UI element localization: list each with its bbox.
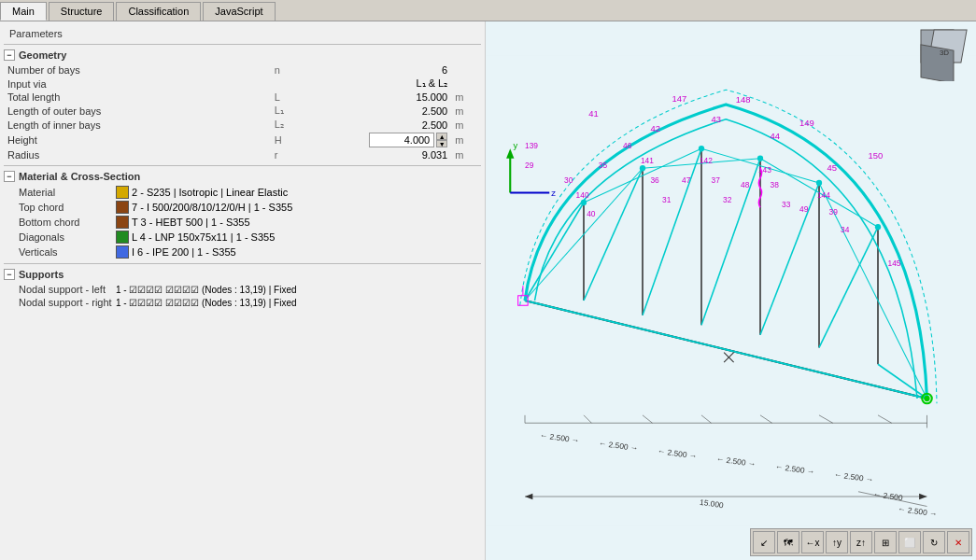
svg-text:149: 149 [799,118,814,128]
svg-text:40: 40 [587,209,596,218]
supports-section: − Supports Nodal support - left 1 - ☑☑☑☑… [4,266,481,309]
svg-text:32: 32 [723,195,732,204]
supports-collapse-icon[interactable]: − [4,269,15,280]
toolbar-axis-button[interactable]: ↙ [753,531,775,553]
material-name: Material [19,187,112,198]
param-number-of-bays-unit [451,63,481,77]
table-row: Length of inner bays L₂ 2.500 m [4,118,481,132]
param-outer-bays-symbol: L₁ [271,104,316,118]
svg-text:49: 49 [799,205,809,215]
table-row: Height H ▲ ▼ m [4,132,481,148]
geometry-params-table: Number of bays n 6 Input via L₁ & L₂ Tot… [4,63,481,161]
material-collapse-icon[interactable]: − [4,171,15,182]
viewport-panel[interactable]: 3D y z [486,21,976,560]
svg-point-39 [816,180,822,186]
param-outer-bays-value: 2.500 [315,104,451,118]
tab-javascript[interactable]: JavaScript [203,2,275,21]
param-height-unit: m [451,132,481,148]
toolbar-x-button[interactable]: ←x [801,531,824,553]
material-cross-section-section: − Material & Cross-Section Material 2 - … [4,168,481,259]
height-spinner[interactable]: ▲ ▼ [436,133,447,147]
svg-text:39: 39 [829,207,839,217]
height-down-button[interactable]: ▼ [436,140,447,147]
param-radius-unit: m [451,148,481,161]
nodal-support-right-description: 1 - ☑☑☑☑ ☑☑☑☑ (Nodes : 13,19) | Fixed [116,298,297,308]
param-outer-bays-label: Length of outer bays [4,104,271,118]
nodal-support-left-name: Nodal support - left [19,284,112,295]
param-outer-bays-unit: m [451,104,481,118]
cube-widget[interactable]: 3D [916,25,972,81]
bottom-chord-color-box [116,216,129,229]
structure-diagram: y z [486,21,976,560]
param-total-length-value: 15.000 [315,91,451,104]
param-inner-bays-value: 2.500 [315,118,451,132]
bottom-chord-row: Bottom chord T 3 - HEBT 500 | 1 - S355 [4,215,481,230]
geometry-title: Geometry [19,49,66,61]
height-up-button[interactable]: ▲ [436,133,447,140]
svg-text:31: 31 [662,195,672,204]
param-number-of-bays-label: Number of bays [4,63,271,77]
svg-text:30: 30 [564,175,573,185]
param-radius-value: 9.031 [315,148,451,161]
toolbar-z-button[interactable]: z↑ [850,531,872,553]
svg-text:34: 34 [841,225,850,234]
svg-text:143: 143 [758,166,771,175]
tab-bar: Main Structure Classification JavaScript [0,0,976,21]
height-input[interactable] [369,133,434,147]
table-row: Length of outer bays L₁ 2.500 m [4,104,481,118]
param-radius-symbol: r [271,148,316,161]
toolbar-y-button[interactable]: ↑y [826,531,848,553]
table-row: Radius r 9.031 m [4,148,481,161]
toolbar-box-button[interactable]: ⬜ [898,531,921,553]
svg-text:29: 29 [525,161,534,170]
table-row: Total length L 15.000 m [4,91,481,104]
left-panel: Parameters − Geometry Number of bays n 6 [0,21,486,560]
material-color-box [116,186,129,199]
svg-text:33: 33 [782,200,791,209]
svg-text:148: 148 [736,94,751,105]
param-inner-bays-label: Length of inner bays [4,118,271,132]
param-height-symbol: H [271,132,316,148]
top-chord-row: Top chord 7 - I 500/200/8/10/12/0/H | 1 … [4,200,481,215]
tab-main[interactable]: Main [0,2,47,21]
svg-text:140: 140 [576,190,589,200]
bottom-toolbar: ↙ 🗺 ←x ↑y z↑ ⊞ ⬜ ↻ ✕ [750,528,972,556]
param-number-of-bays-value: 6 [315,63,451,77]
top-chord-color-box [116,201,129,214]
svg-text:35: 35 [599,161,608,170]
parameters-title: Parameters [4,25,481,42]
svg-text:y: y [513,140,517,150]
svg-text:43: 43 [712,114,722,124]
param-radius-label: Radius [4,148,271,161]
svg-point-34 [924,396,929,401]
svg-text:45: 45 [827,162,837,173]
svg-text:144: 144 [817,190,830,200]
param-total-length-unit: m [451,91,481,104]
top-chord-description: 7 - I 500/200/8/10/12/0/H | 1 - S355 [132,202,292,213]
diagonals-description: L 4 - LNP 150x75x11 | 1 - S355 [132,231,275,243]
toolbar-map-button[interactable]: 🗺 [777,531,799,553]
svg-text:36: 36 [650,175,659,185]
verticals-row: Verticals I 6 - IPE 200 | 1 - S355 [4,245,481,259]
svg-text:142: 142 [700,156,713,165]
svg-text:139: 139 [525,141,538,150]
geometry-section: − Geometry Number of bays n 6 Input via … [4,47,481,161]
toolbar-grid-button[interactable]: ⊞ [874,531,897,553]
nodal-support-right-row: Nodal support - right 1 - ☑☑☑☑ ☑☑☑☑ (Nod… [4,296,481,309]
nodal-support-right-name: Nodal support - right [19,297,112,308]
viewport: 3D y z [486,21,976,560]
param-input-via-value: L₁ & L₂ [315,77,451,91]
svg-text:44: 44 [771,131,781,141]
toolbar-rotate-button[interactable]: ↻ [923,531,945,553]
diagonals-color-box [116,231,129,244]
material-row: Material 2 - S235 | Isotropic | Linear E… [4,185,481,200]
diagonals-name: Diagonals [19,231,112,243]
toolbar-close-button[interactable]: ✕ [947,531,969,553]
supports-title: Supports [19,269,64,280]
table-row: Number of bays n 6 [4,63,481,77]
geometry-collapse-icon[interactable]: − [4,49,15,61]
param-height-value[interactable]: ▲ ▼ [315,132,451,148]
tab-structure[interactable]: Structure [49,2,115,21]
svg-text:47: 47 [682,175,691,185]
tab-classification[interactable]: Classification [116,2,201,21]
